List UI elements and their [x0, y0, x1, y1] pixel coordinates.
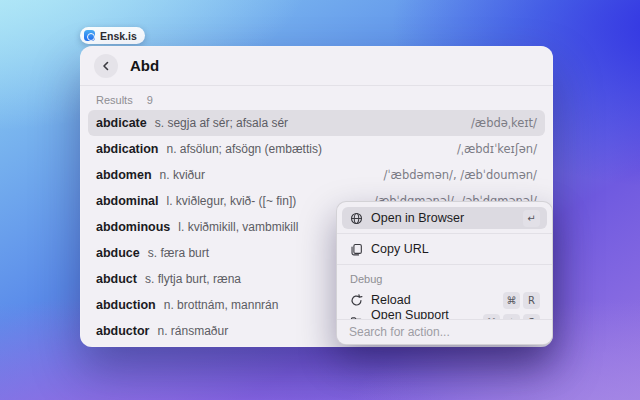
- return-key: ↵: [523, 210, 540, 227]
- results-label: Results: [96, 94, 133, 106]
- result-definition: s. segja af sér; afsala sér: [155, 116, 288, 130]
- search-bar: Abd: [80, 46, 553, 86]
- r-key: R: [523, 292, 540, 309]
- app-tag[interactable]: Ensk.is: [80, 27, 145, 44]
- action-menu: Open in Browser ↵ Copy URL Debug Reload …: [336, 201, 553, 345]
- result-definition: n. brottnám, mannrán: [164, 298, 279, 312]
- result-word: abdominal: [96, 194, 159, 208]
- app-icon: [84, 30, 95, 41]
- reload-icon: [349, 293, 363, 307]
- shortcut-keys: ⌘ R: [503, 292, 540, 309]
- result-word: abdicate: [96, 116, 147, 130]
- menu-item-label: Open Support Directory: [371, 308, 475, 319]
- action-menu-items: Open in Browser ↵ Copy URL Debug Reload …: [337, 202, 552, 319]
- result-word: abdominous: [96, 220, 170, 234]
- result-word: abdication: [96, 142, 159, 156]
- action-search-input[interactable]: Search for action...: [337, 319, 552, 344]
- result-word: abduction: [96, 298, 156, 312]
- menu-item-label: Open in Browser: [371, 211, 464, 225]
- result-phonetic: /æbdəˌkeɪt/: [471, 116, 537, 130]
- result-definition: n. ránsmaður: [157, 324, 228, 338]
- result-definition: s. flytja burt, ræna: [145, 272, 241, 286]
- result-phonetic: /ˌæbdɪˈkeɪʃən/: [457, 142, 537, 156]
- search-query[interactable]: Abd: [130, 57, 159, 74]
- result-definition: s. færa burt: [148, 246, 209, 260]
- menu-item-label: Reload: [371, 293, 411, 307]
- menu-separator: [337, 233, 552, 234]
- debug-section-label: Debug: [342, 269, 547, 289]
- shortcut-keys: ↵: [523, 210, 540, 227]
- menu-item-open-support-directory[interactable]: Open Support Directory ⌘ ⇧ S: [342, 311, 547, 319]
- result-word: abduct: [96, 272, 137, 286]
- command-key: ⌘: [503, 292, 520, 309]
- results-count: 9: [147, 94, 153, 106]
- globe-icon: [349, 211, 363, 225]
- back-button[interactable]: [94, 54, 118, 78]
- results-header: Results 9: [80, 86, 553, 110]
- result-word: abdomen: [96, 168, 152, 182]
- result-definition: l. kviðlegur, kvið- ([~ fin]): [167, 194, 297, 208]
- result-row[interactable]: abdicate s. segja af sér; afsala sér /æb…: [88, 110, 545, 136]
- result-definition: n. afsölun; afsögn (embættis): [167, 142, 322, 156]
- copy-icon: [349, 242, 363, 256]
- menu-item-open-in-browser[interactable]: Open in Browser ↵: [342, 207, 547, 229]
- app-tag-label: Ensk.is: [100, 30, 137, 42]
- result-phonetic: /ˈæbdəmən/, /æbˈdoumən/: [384, 168, 537, 182]
- result-word: abductor: [96, 324, 149, 338]
- result-definition: l. kviðmikill, vambmikill: [178, 220, 298, 234]
- result-definition: n. kviður: [160, 168, 205, 182]
- result-word: abduce: [96, 246, 140, 260]
- result-row[interactable]: abdication n. afsölun; afsögn (embættis)…: [88, 136, 545, 162]
- chevron-left-icon: [99, 59, 113, 73]
- menu-item-copy-url[interactable]: Copy URL: [342, 238, 547, 260]
- menu-separator: [337, 264, 552, 265]
- result-row[interactable]: abdomen n. kviður /ˈæbdəmən/, /æbˈdoumən…: [88, 162, 545, 188]
- menu-item-label: Copy URL: [371, 242, 429, 256]
